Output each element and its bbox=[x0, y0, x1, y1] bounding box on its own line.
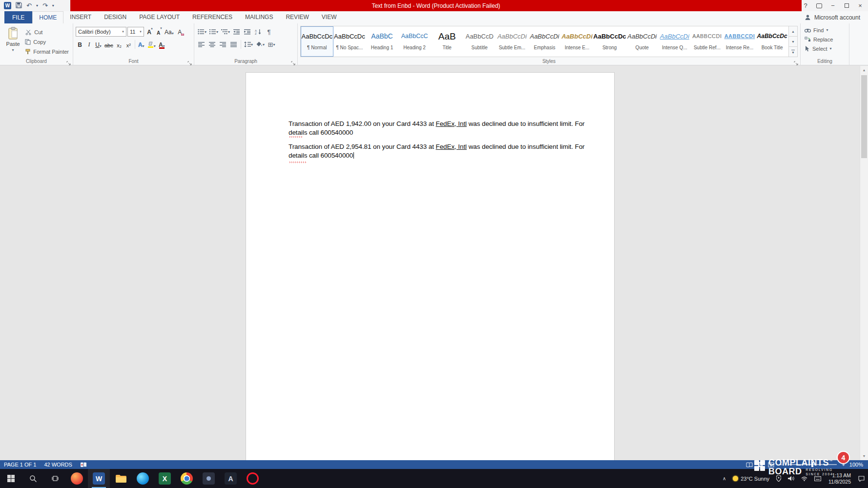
opera-button[interactable] bbox=[242, 469, 264, 488]
word-count[interactable]: 42 WORDS bbox=[40, 462, 76, 468]
tab-references[interactable]: REFERENCES bbox=[186, 11, 239, 23]
style-title[interactable]: AaBTitle bbox=[431, 26, 463, 57]
tray-expand-button[interactable]: ∧ bbox=[719, 469, 729, 488]
excel-button[interactable]: X bbox=[154, 469, 176, 488]
search-button[interactable] bbox=[22, 469, 44, 488]
microsoft-account[interactable]: Microsoft account bbox=[805, 11, 868, 23]
strikethrough-button[interactable]: abc bbox=[103, 39, 114, 50]
tab-home[interactable]: HOME bbox=[32, 11, 63, 23]
style-book-title[interactable]: AaBbCcDcBook Title bbox=[756, 26, 788, 57]
tab-view[interactable]: VIEW bbox=[315, 11, 343, 23]
page-count[interactable]: PAGE 1 OF 1 bbox=[0, 462, 40, 468]
scrollbar-up-button[interactable]: ▲ bbox=[860, 66, 868, 74]
superscript-button[interactable]: x² bbox=[124, 39, 133, 50]
style-emphasis[interactable]: AaBbCcDiEmphasis bbox=[528, 26, 561, 57]
save-button[interactable] bbox=[16, 1, 22, 10]
increase-indent-button[interactable] bbox=[243, 26, 252, 37]
align-left-button[interactable] bbox=[197, 39, 207, 50]
tab-page-layout[interactable]: PAGE LAYOUT bbox=[133, 11, 186, 23]
bold-button[interactable]: B bbox=[76, 39, 84, 50]
text-run[interactable]: Transaction of AED 2,954.81 on your Card… bbox=[289, 143, 436, 150]
tab-mailings[interactable]: MAILINGS bbox=[239, 11, 279, 23]
action-center-button[interactable] bbox=[855, 469, 868, 488]
select-button[interactable]: Select ▾ bbox=[803, 44, 847, 53]
redo-button[interactable]: ↷ bbox=[42, 2, 48, 9]
text-effects-button[interactable]: A▾ bbox=[137, 39, 145, 50]
copy-button[interactable]: Copy bbox=[23, 38, 70, 46]
style-subtle-emphasis[interactable]: AaBbCcDiSubtle Em... bbox=[496, 26, 529, 57]
style-normal[interactable]: AaBbCcDc¶ Normal bbox=[301, 26, 333, 57]
borders-button[interactable]: ⊞▾ bbox=[267, 39, 276, 50]
style-subtitle[interactable]: AaBbCcDSubtitle bbox=[463, 26, 496, 57]
undo-dropdown-icon[interactable]: ▾ bbox=[36, 3, 38, 8]
tab-file[interactable]: FILE bbox=[4, 11, 32, 23]
clear-formatting-button[interactable]: A bbox=[176, 26, 184, 37]
font-size-combo[interactable]: 11 ▾ bbox=[127, 27, 144, 37]
styles-scroll-down-button[interactable]: ▼ bbox=[789, 37, 797, 47]
styles-scroll-up-button[interactable]: ▲ bbox=[789, 26, 797, 37]
underlined-run[interactable]: FedEx, Intl bbox=[436, 143, 467, 150]
shading-button[interactable]: ▾ bbox=[255, 39, 266, 50]
document-page[interactable]: Transaction of AED 1,942.00 on your Card… bbox=[246, 72, 615, 460]
minimize-button[interactable]: − bbox=[826, 0, 840, 11]
tab-review[interactable]: REVIEW bbox=[279, 11, 315, 23]
taskbar-app-icon[interactable] bbox=[198, 469, 220, 488]
style-no-spacing[interactable]: AaBbCcDc¶ No Spac... bbox=[333, 26, 366, 57]
text-run[interactable]: Transaction of AED 1,942.00 on your Card… bbox=[289, 120, 436, 127]
style-heading-1[interactable]: AaBbCHeading 1 bbox=[366, 26, 398, 57]
proofing-status[interactable] bbox=[76, 462, 91, 468]
text-run[interactable]: details call 600540000 bbox=[289, 129, 353, 136]
cut-button[interactable]: Cut bbox=[23, 28, 70, 36]
replace-button[interactable]: Replace bbox=[803, 35, 847, 44]
taskbar-word-button[interactable]: W bbox=[88, 469, 110, 488]
read-mode-button[interactable] bbox=[744, 462, 755, 468]
align-right-button[interactable] bbox=[218, 39, 228, 50]
tab-insert[interactable]: INSERT bbox=[63, 11, 98, 23]
format-painter-button[interactable]: Format Painter bbox=[23, 47, 70, 56]
font-dialog-launcher[interactable] bbox=[187, 59, 192, 63]
paste-button[interactable]: Paste ▾ bbox=[2, 25, 23, 57]
file-explorer-button[interactable] bbox=[110, 469, 132, 488]
highlight-button[interactable]: ▾ bbox=[146, 39, 157, 50]
font-color-button[interactable]: A▾ bbox=[158, 39, 166, 50]
text-line[interactable]: Transaction of AED 2,954.81 on your Card… bbox=[289, 142, 581, 151]
customize-qat-button[interactable]: ▾ bbox=[52, 3, 54, 8]
text-line[interactable]: Transaction of AED 1,942.00 on your Card… bbox=[289, 120, 581, 128]
grow-font-button[interactable]: A▲ bbox=[145, 26, 153, 37]
text-line[interactable]: details call 600540000 bbox=[289, 128, 581, 137]
underline-button[interactable]: U▾ bbox=[94, 39, 103, 50]
italic-button[interactable]: I bbox=[85, 39, 93, 50]
text-line[interactable]: details call 600540000 bbox=[289, 151, 581, 160]
decrease-indent-button[interactable] bbox=[232, 26, 242, 37]
style-strong[interactable]: AaBbCcDcStrong bbox=[593, 26, 626, 57]
style-heading-2[interactable]: AaBbCcCHeading 2 bbox=[398, 26, 431, 57]
paragraph-dialog-launcher[interactable] bbox=[291, 59, 296, 63]
align-center-button[interactable] bbox=[207, 39, 217, 50]
change-case-button[interactable]: Aa▾ bbox=[164, 26, 175, 37]
chrome-button[interactable] bbox=[176, 469, 198, 488]
style-quote[interactable]: AaBbCcDiQuote bbox=[626, 26, 659, 57]
edge-button[interactable] bbox=[132, 469, 154, 488]
line-spacing-button[interactable]: ▾ bbox=[243, 39, 254, 50]
document-text[interactable]: Transaction of AED 1,942.00 on your Card… bbox=[289, 120, 581, 165]
paragraph[interactable]: Transaction of AED 1,942.00 on your Card… bbox=[289, 120, 581, 137]
clipboard-dialog-launcher[interactable] bbox=[66, 59, 71, 63]
text-run[interactable]: was declined due to insufficient limit. … bbox=[467, 143, 584, 150]
zoom-level[interactable]: 100% bbox=[847, 462, 868, 468]
show-formatting-marks-button[interactable]: ¶ bbox=[264, 26, 274, 37]
restore-button[interactable] bbox=[840, 0, 853, 11]
style-subtle-reference[interactable]: AABBCCDISubtle Ref... bbox=[691, 26, 723, 57]
find-button[interactable]: Find ▾ bbox=[803, 25, 847, 35]
style-intense-quote[interactable]: AaBbCcDiIntense Q... bbox=[659, 26, 691, 57]
numbering-button[interactable]: ▾ bbox=[208, 26, 219, 37]
styles-more-button[interactable]: ▼ bbox=[789, 47, 797, 57]
text-run[interactable]: was declined due to insufficient limit. … bbox=[467, 120, 584, 127]
style-intense-emphasis[interactable]: AaBbCcDiIntense E... bbox=[561, 26, 594, 57]
justify-button[interactable] bbox=[229, 39, 239, 50]
style-intense-reference[interactable]: AABBCCDIIntense Re... bbox=[723, 26, 756, 57]
close-button[interactable]: × bbox=[853, 0, 867, 11]
subscript-button[interactable]: x₂ bbox=[115, 39, 124, 50]
styles-dialog-launcher[interactable] bbox=[794, 59, 799, 63]
undo-button[interactable]: ↶ bbox=[26, 2, 32, 9]
tab-design[interactable]: DESIGN bbox=[98, 11, 133, 23]
